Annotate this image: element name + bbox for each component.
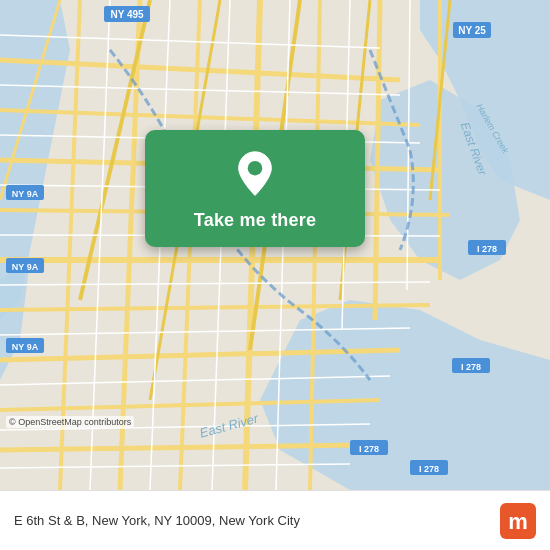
- svg-text:NY 25: NY 25: [458, 25, 486, 36]
- app-container: NY 495 NY 25 NY 9A NY 9A NY 9A I 278 I 2…: [0, 0, 550, 550]
- map-attribution: © OpenStreetMap contributors: [6, 416, 134, 428]
- svg-text:I 278: I 278: [419, 464, 439, 474]
- bottom-bar: E 6th St & B, New York, NY 10009, New Yo…: [0, 490, 550, 550]
- map-view: NY 495 NY 25 NY 9A NY 9A NY 9A I 278 I 2…: [0, 0, 550, 490]
- svg-text:I 278: I 278: [461, 362, 481, 372]
- svg-text:I 278: I 278: [477, 244, 497, 254]
- svg-text:NY 495: NY 495: [110, 9, 144, 20]
- location-pin-icon: [230, 150, 280, 200]
- take-me-there-label: Take me there: [194, 210, 316, 231]
- svg-text:NY 9A: NY 9A: [12, 189, 39, 199]
- svg-text:m: m: [508, 509, 528, 534]
- svg-text:NY 9A: NY 9A: [12, 262, 39, 272]
- address-text: E 6th St & B, New York, NY 10009, New Yo…: [14, 513, 300, 528]
- take-me-there-button[interactable]: Take me there: [145, 130, 365, 247]
- moovit-logo-icon: m: [500, 503, 536, 539]
- svg-text:NY 9A: NY 9A: [12, 342, 39, 352]
- svg-point-60: [248, 161, 263, 176]
- svg-text:I 278: I 278: [359, 444, 379, 454]
- moovit-logo: m: [500, 503, 536, 539]
